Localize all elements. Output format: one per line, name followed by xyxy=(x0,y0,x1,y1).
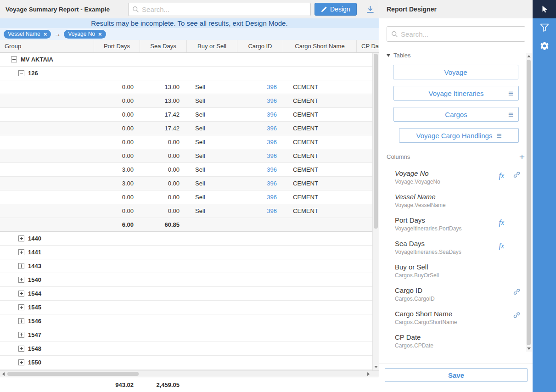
column-header-buy-or-sell[interactable]: Buy or Sell xyxy=(187,40,237,52)
column-item-cargo-short-name[interactable]: Cargo Short Name Cargos.CargoShortName xyxy=(379,306,533,329)
table-row[interactable]: 0.000.00Sell396CEMENT xyxy=(0,135,379,149)
remove-group-icon[interactable]: × xyxy=(44,31,47,37)
scrollbar-thumb[interactable] xyxy=(374,54,378,229)
column-header-sea-days[interactable]: Sea Days xyxy=(140,40,187,52)
menu-icon[interactable]: ≡ xyxy=(508,89,513,98)
filter-tool[interactable] xyxy=(533,18,556,37)
cargo-id-link[interactable]: 396 xyxy=(267,111,277,118)
link-icon[interactable] xyxy=(513,171,521,180)
cargo-id-link[interactable]: 396 xyxy=(267,166,277,173)
scroll-right-icon[interactable] xyxy=(365,371,371,377)
add-column-icon[interactable]: + xyxy=(519,152,525,162)
cargo-id-link[interactable]: 396 xyxy=(267,139,277,146)
table-row[interactable]: 0.0017.42Sell396CEMENT xyxy=(0,122,379,135)
table-row[interactable]: 3.000.00Sell396CEMENT xyxy=(0,163,379,177)
cargo-id-link[interactable]: 396 xyxy=(267,207,277,214)
formula-icon[interactable]: fx xyxy=(499,218,504,227)
group-row-collapsed[interactable]: 1544 xyxy=(0,287,379,301)
column-header-cargo-id[interactable]: Cargo ID xyxy=(237,40,283,52)
cargo-id-link[interactable]: 396 xyxy=(267,180,277,187)
expand-icon[interactable] xyxy=(18,304,24,310)
expand-icon[interactable] xyxy=(18,249,24,255)
designer-search-input[interactable] xyxy=(401,30,521,38)
formula-icon[interactable]: fx xyxy=(499,242,504,250)
cargo-id-link[interactable]: 396 xyxy=(267,194,277,201)
group-row-collapsed[interactable]: 1547 xyxy=(0,328,379,342)
collapse-icon[interactable] xyxy=(11,56,17,62)
designer-search-box[interactable] xyxy=(387,26,525,42)
formula-icon[interactable]: fx xyxy=(499,172,504,180)
table-row[interactable]: 0.0013.00Sell396CEMENT xyxy=(0,94,379,108)
tables-section-header[interactable]: Tables xyxy=(387,52,525,59)
table-button-voyage-itineraries[interactable]: Voyage Itineraries ≡ xyxy=(393,86,519,101)
table-row[interactable]: 0.000.00Sell396CEMENT xyxy=(0,204,379,218)
column-header-cp-date[interactable]: CP Date xyxy=(357,40,379,52)
scroll-left-icon[interactable] xyxy=(0,371,6,377)
cargo-id-link[interactable]: 396 xyxy=(267,152,277,159)
save-button[interactable]: Save xyxy=(385,368,528,382)
table-row[interactable]: 0.000.00Sell396CEMENT xyxy=(0,190,379,204)
expand-icon[interactable] xyxy=(18,318,24,324)
column-item-cargo-id[interactable]: Cargo ID Cargos.CargoID xyxy=(379,282,533,306)
report-search-box[interactable] xyxy=(128,3,311,16)
design-pointer-tool[interactable] xyxy=(533,0,556,18)
table-row[interactable]: 0.0013.00Sell396CEMENT xyxy=(0,80,379,94)
column-item-port-days[interactable]: Port Days VoyageItineraries.PortDays fx xyxy=(379,212,533,235)
remove-group-icon[interactable]: × xyxy=(98,31,102,37)
expand-icon[interactable] xyxy=(18,359,24,365)
group-row-collapsed[interactable]: 1548 xyxy=(0,342,379,356)
collapse-icon[interactable] xyxy=(18,70,24,76)
download-button[interactable] xyxy=(364,3,377,16)
group-row-vessel[interactable]: MV AKTAIA xyxy=(0,53,379,67)
group-chip-vessel-name[interactable]: Vessel Name × xyxy=(4,30,51,39)
menu-icon[interactable]: ≡ xyxy=(508,110,513,119)
expand-icon[interactable] xyxy=(18,332,24,338)
group-row-collapsed[interactable]: 1443 xyxy=(0,259,379,273)
scrollbar-thumb[interactable] xyxy=(527,60,531,345)
scroll-down-icon[interactable] xyxy=(373,364,379,370)
group-row-voyage[interactable]: 126 xyxy=(0,67,379,80)
table-button-voyage[interactable]: Voyage xyxy=(393,65,518,79)
scrollbar-thumb[interactable] xyxy=(7,372,139,376)
cargo-id-link[interactable]: 396 xyxy=(267,125,277,132)
column-item-buy-or-sell[interactable]: Buy or Sell Cargos.BuyOrSell xyxy=(379,259,533,282)
link-icon[interactable] xyxy=(513,288,521,297)
group-row-collapsed[interactable]: 1550 xyxy=(0,356,379,370)
column-item-vessel-name[interactable]: Vessel Name Voyage.VesselName xyxy=(379,189,533,212)
designer-vertical-scrollbar[interactable] xyxy=(526,53,532,352)
table-horizontal-scrollbar[interactable] xyxy=(0,370,379,377)
column-header-port-days[interactable]: Port Days xyxy=(94,40,140,52)
table-row[interactable]: 3.000.00Sell396CEMENT xyxy=(0,177,379,190)
table-button-cargos[interactable]: Cargos ≡ xyxy=(393,107,519,122)
column-item-sea-days[interactable]: Sea Days VoyageItineraries.SeaDays fx xyxy=(379,235,533,259)
table-row[interactable]: 0.0017.42Sell396CEMENT xyxy=(0,108,379,122)
group-row-collapsed[interactable]: 1440 xyxy=(0,232,379,246)
scroll-down-icon[interactable] xyxy=(526,346,532,352)
link-icon[interactable] xyxy=(513,311,521,320)
report-search-input[interactable] xyxy=(142,6,307,13)
expand-icon[interactable] xyxy=(18,235,24,241)
expand-icon[interactable] xyxy=(18,346,24,352)
group-row-collapsed[interactable]: 1545 xyxy=(0,301,379,314)
column-item-cp-date[interactable]: CP Date Cargos.CPDate xyxy=(379,329,533,353)
group-row-collapsed[interactable]: 1546 xyxy=(0,314,379,328)
table-vertical-scrollbar[interactable] xyxy=(372,53,379,370)
table-button-voyage-cargo-handlings[interactable]: Voyage Cargo Handlings ≡ xyxy=(399,128,519,143)
column-header-cargo-short-name[interactable]: Cargo Short Name xyxy=(283,40,357,52)
table-row[interactable]: 0.000.00Sell396CEMENT xyxy=(0,149,379,163)
group-row-collapsed[interactable]: 1441 xyxy=(0,246,379,259)
column-header-group[interactable]: Group xyxy=(0,40,94,52)
expand-icon[interactable] xyxy=(18,291,24,297)
expand-icon[interactable] xyxy=(18,263,24,269)
cargo-short-name-cell: CEMENT xyxy=(283,94,357,107)
design-button[interactable]: Design xyxy=(315,3,357,16)
cargo-id-link[interactable]: 396 xyxy=(267,84,277,90)
menu-icon[interactable]: ≡ xyxy=(496,131,501,140)
expand-icon[interactable] xyxy=(18,277,24,283)
cargo-id-link[interactable]: 396 xyxy=(267,97,277,104)
group-row-collapsed[interactable]: 1540 xyxy=(0,273,379,287)
settings-tool[interactable] xyxy=(533,37,556,55)
column-item-voyage-no[interactable]: Voyage No Voyage.VoyageNo fx xyxy=(379,165,533,189)
group-chip-voyage-no[interactable]: Voyage No × xyxy=(64,30,106,39)
scroll-up-icon[interactable] xyxy=(526,53,532,59)
